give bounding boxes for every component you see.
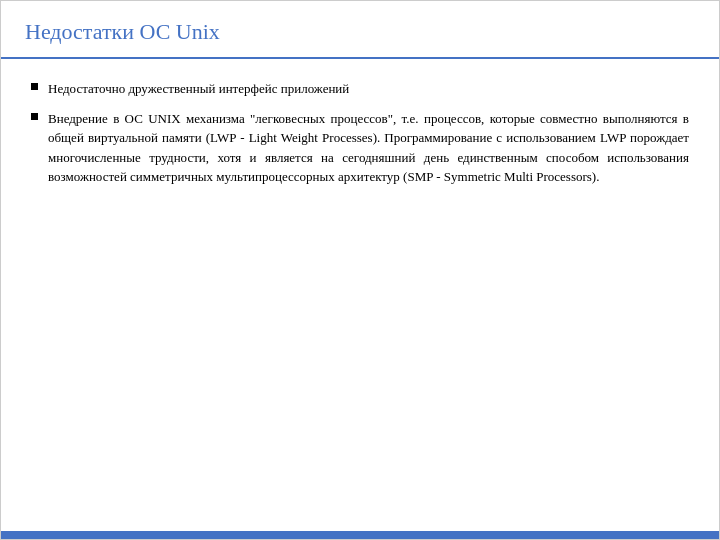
list-item: Внедрение в ОС UNIX механизма "легковесн… (31, 109, 689, 187)
slide-header: Недостатки ОС Unix (1, 1, 719, 59)
list-item: Недостаточно дружественный интерфейс при… (31, 79, 689, 99)
bullet-list: Недостаточно дружественный интерфейс при… (31, 79, 689, 187)
bullet-icon (31, 83, 38, 90)
bullet-text-2: Внедрение в ОС UNIX механизма "легковесн… (48, 109, 689, 187)
slide-content: Недостаточно дружественный интерфейс при… (1, 59, 719, 531)
slide-title: Недостатки ОС Unix (25, 19, 695, 45)
bullet-icon (31, 113, 38, 120)
slide-container: Недостатки ОС Unix Недостаточно дружеств… (0, 0, 720, 540)
slide-footer (1, 531, 719, 539)
bullet-text-1: Недостаточно дружественный интерфейс при… (48, 79, 689, 99)
